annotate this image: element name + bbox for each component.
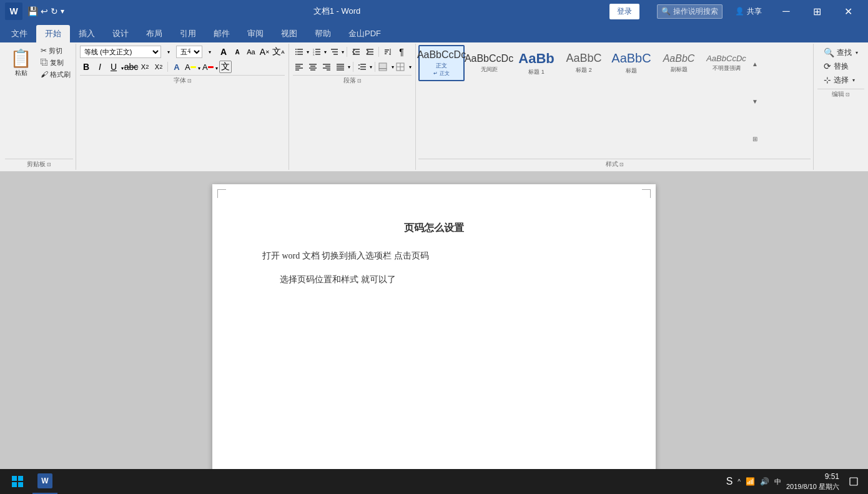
- find-button[interactable]: 🔍 查找 ▾: [820, 46, 862, 59]
- replace-button[interactable]: ⟳ 替换: [820, 60, 862, 72]
- styles-scroll-down[interactable]: ▼: [751, 82, 759, 120]
- show-marks-button[interactable]: ¶: [395, 46, 408, 58]
- doc-line-1[interactable]: 打开 word 文档 切换到插入选项栏 点击页码: [262, 247, 606, 265]
- document-body[interactable]: 打开 word 文档 切换到插入选项栏 点击页码 选择页码位置和样式 就可以了: [262, 247, 606, 289]
- clock[interactable]: 9:51 2019/8/10 星期六: [786, 472, 839, 491]
- styles-more[interactable]: ⊞: [751, 120, 759, 157]
- tab-review[interactable]: 审阅: [239, 25, 272, 42]
- multilevel-list-button[interactable]: [328, 46, 340, 58]
- align-center-button[interactable]: [307, 61, 319, 73]
- select-expand[interactable]: ▾: [852, 77, 855, 83]
- network-icon[interactable]: 📶: [746, 477, 755, 486]
- style-h2[interactable]: AaBbC 标题 2: [561, 45, 607, 81]
- tab-design[interactable]: 设计: [104, 25, 137, 42]
- highlight-button[interactable]: A: [184, 61, 197, 73]
- subscript-button[interactable]: X2: [139, 61, 151, 73]
- format-painter-button[interactable]: 🖌 格式刷: [38, 69, 73, 80]
- quick-save-icon[interactable]: 💾: [27, 6, 38, 16]
- font-size-select[interactable]: 五号: [176, 46, 202, 58]
- decrease-indent-button[interactable]: [350, 46, 362, 58]
- style-title[interactable]: AaBbC 标题: [608, 45, 654, 81]
- taskbar-word-item[interactable]: W: [32, 469, 57, 494]
- style-subtitle[interactable]: AaBbC 副标题: [656, 45, 702, 81]
- increase-indent-button[interactable]: [363, 46, 376, 58]
- tray-expand[interactable]: ^: [737, 478, 741, 485]
- font-color-button[interactable]: A: [202, 61, 214, 73]
- notification-button[interactable]: [844, 472, 863, 491]
- cut-button[interactable]: ✂ 剪切: [38, 45, 73, 56]
- text-effect-button[interactable]: A: [170, 61, 183, 73]
- tab-pdf[interactable]: 金山PDF: [340, 25, 390, 42]
- minimize-button[interactable]: ─: [772, 0, 801, 22]
- number-list-button[interactable]: 1.2.3.: [310, 46, 323, 58]
- font-family-select[interactable]: 等线 (中文正文): [80, 46, 161, 58]
- number-expand[interactable]: ▾: [324, 49, 327, 55]
- restore-button[interactable]: ⊞: [803, 0, 832, 22]
- select-button[interactable]: ⊹ 选择 ▾: [820, 74, 862, 86]
- copy-button[interactable]: ⿻ 复制: [38, 57, 73, 68]
- align-right-button[interactable]: [320, 61, 333, 73]
- paragraph-group-label[interactable]: 段落 ⊡: [293, 75, 412, 85]
- bullet-list-button[interactable]: [293, 46, 305, 58]
- tab-help[interactable]: 帮助: [306, 25, 340, 42]
- tab-layout[interactable]: 布局: [137, 25, 171, 42]
- clear-format-button[interactable]: A✕: [259, 46, 271, 58]
- document-title[interactable]: 页码怎么设置: [262, 222, 606, 235]
- keyboard-icon[interactable]: 中: [774, 477, 781, 487]
- size-expand-icon[interactable]: ▾: [204, 46, 216, 58]
- search-box[interactable]: 🔍 操作说明搜索: [657, 4, 723, 19]
- line-spacing-expand[interactable]: ▾: [370, 64, 372, 70]
- paste-button[interactable]: 📋 粘贴: [5, 45, 37, 80]
- highlight-expand[interactable]: ▾: [198, 66, 200, 71]
- justify-expand[interactable]: ▾: [348, 64, 350, 70]
- tab-references[interactable]: 引用: [171, 25, 205, 42]
- multilevel-expand[interactable]: ▾: [342, 49, 344, 55]
- phonetic-button[interactable]: 文A: [272, 46, 285, 58]
- align-left-button[interactable]: [293, 61, 305, 73]
- bullet-expand[interactable]: ▾: [307, 49, 309, 55]
- char-border-button[interactable]: 文: [219, 61, 232, 73]
- superscript-button[interactable]: X2: [152, 61, 165, 73]
- style-h1[interactable]: AaBb 标题 1: [513, 45, 560, 81]
- grow-font-button[interactable]: A: [217, 46, 230, 58]
- tab-mailings[interactable]: 邮件: [205, 25, 239, 42]
- tab-insert[interactable]: 插入: [70, 25, 104, 42]
- login-button[interactable]: 登录: [609, 4, 639, 19]
- quick-menu-icon[interactable]: ▾: [61, 7, 64, 16]
- bold-button[interactable]: B: [80, 61, 92, 73]
- share-button[interactable]: 👤 共享: [735, 6, 762, 17]
- sort-button[interactable]: [382, 46, 394, 58]
- quick-undo-icon[interactable]: ↩: [41, 6, 48, 16]
- italic-button[interactable]: I: [94, 61, 106, 73]
- font-color-expand[interactable]: ▾: [215, 66, 218, 71]
- borders-button[interactable]: [395, 61, 408, 73]
- strikethrough-button[interactable]: abc: [125, 61, 137, 73]
- borders-expand[interactable]: ▾: [409, 64, 412, 70]
- underline-button[interactable]: U: [107, 61, 120, 73]
- shading-expand[interactable]: ▾: [392, 64, 394, 70]
- justify-button[interactable]: [334, 61, 347, 73]
- tab-file[interactable]: 文件: [2, 25, 36, 42]
- styles-group-label[interactable]: 样式 ⊡: [418, 159, 811, 169]
- shading-button[interactable]: [378, 61, 390, 73]
- close-button[interactable]: ✕: [834, 0, 863, 22]
- style-normal[interactable]: AaBbCcDc 正文 ↵ 正文: [418, 45, 465, 81]
- styles-scroll-up[interactable]: ▲: [751, 45, 759, 82]
- line-spacing-button[interactable]: [356, 61, 368, 73]
- volume-icon[interactable]: 🔊: [760, 477, 769, 486]
- clipboard-group-label[interactable]: 剪贴板 ⊡: [5, 159, 73, 169]
- quick-redo-icon[interactable]: ↻: [51, 6, 58, 16]
- start-button[interactable]: [5, 469, 30, 494]
- find-expand[interactable]: ▾: [856, 50, 858, 56]
- document-page[interactable]: 页码怎么设置 打开 word 文档 切换到插入选项栏 点击页码 选择页码位置和样…: [212, 184, 656, 494]
- doc-line-2[interactable]: 选择页码位置和样式 就可以了: [262, 271, 606, 289]
- tab-view[interactable]: 视图: [272, 25, 306, 42]
- style-subtle-emphasis[interactable]: AaBbCcDc 不明显强调: [703, 45, 749, 81]
- font-group-label[interactable]: 字体 ⊡: [80, 75, 285, 85]
- tab-home[interactable]: 开始: [36, 25, 70, 42]
- underline-expand[interactable]: ▾: [121, 66, 124, 71]
- editing-group-label[interactable]: 编辑 ⊡: [817, 89, 864, 99]
- style-no-spacing[interactable]: AaBbCcDc 无间距: [466, 45, 512, 81]
- case-button[interactable]: Aa: [245, 46, 257, 58]
- font-expand-icon[interactable]: ▾: [162, 46, 175, 58]
